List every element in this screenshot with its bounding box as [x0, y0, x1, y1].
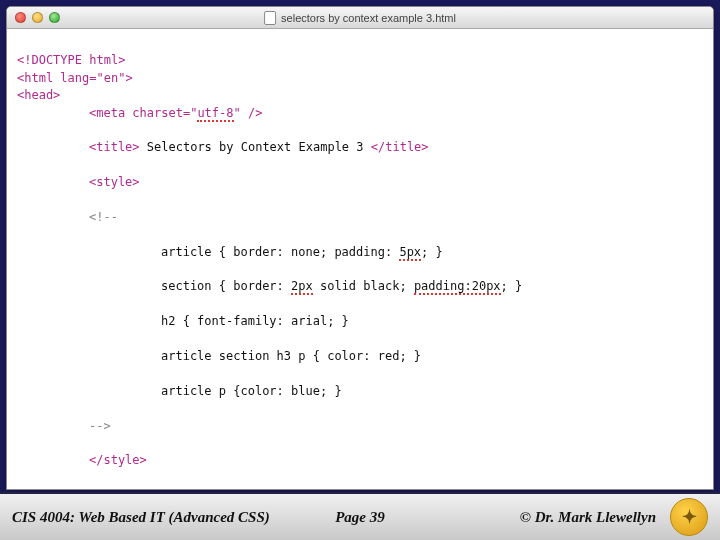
course-label: CIS 4004: Web Based IT (Advanced CSS) [12, 509, 270, 526]
code-line: --> [89, 418, 703, 435]
code-line: </head> [17, 488, 68, 490]
code-line: <style> [89, 174, 703, 191]
code-line: <meta charset="utf-8" /> [89, 105, 703, 122]
code-line: <head> [17, 88, 60, 102]
close-icon[interactable] [15, 12, 26, 23]
editor-window: selectors by context example 3.html <!DO… [6, 6, 714, 490]
code-line: h2 { font-family: arial; } [161, 313, 703, 330]
code-area: <!DOCTYPE html> <html lang="en"> <head> … [7, 29, 713, 490]
code-line: article section h3 p { color: red; } [161, 348, 703, 365]
code-line: <title> Selectors by Context Example 3 <… [89, 139, 703, 156]
logo-glyph: ✦ [682, 506, 697, 528]
author-label: © Dr. Mark Llewellyn [520, 509, 656, 526]
code-line: article p {color: blue; } [161, 383, 703, 400]
code-line: </style> [89, 452, 703, 469]
titlebar: selectors by context example 3.html [7, 7, 713, 29]
code-line: <!-- [89, 209, 703, 226]
code-line: <!DOCTYPE html> [17, 53, 125, 67]
page-number: Page 39 [335, 509, 385, 526]
footer-right: © Dr. Mark Llewellyn ✦ [520, 498, 708, 536]
ucf-logo-icon: ✦ [670, 498, 708, 536]
minimize-icon[interactable] [32, 12, 43, 23]
code-line: <html lang="en"> [17, 71, 133, 85]
window-controls [15, 12, 60, 23]
slide-footer: CIS 4004: Web Based IT (Advanced CSS) Pa… [0, 492, 720, 540]
code-line: article { border: none; padding: 5px; } [161, 244, 703, 261]
zoom-icon[interactable] [49, 12, 60, 23]
code-line: section { border: 2px solid black; paddi… [161, 278, 703, 295]
filename-label: selectors by context example 3.html [281, 12, 456, 24]
document-icon [264, 11, 276, 25]
window-title: selectors by context example 3.html [264, 11, 456, 25]
